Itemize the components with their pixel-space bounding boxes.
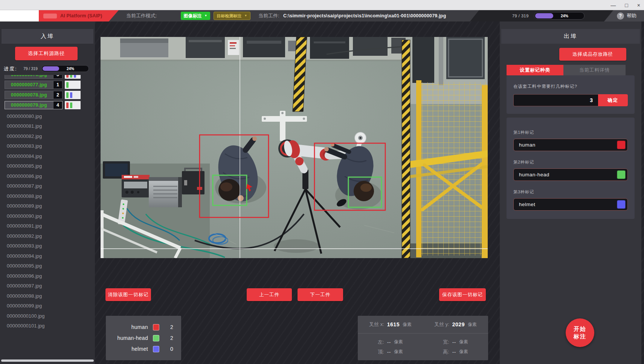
annotation-color-bars [65, 81, 81, 89]
close-icon[interactable]: × [637, 3, 640, 8]
select-output-path-button[interactable]: 选择成品存放路径 [559, 48, 626, 61]
file-row-annotated[interactable]: 0000000077.jpg1 [5, 81, 91, 89]
file-row[interactable]: 0000000090.jpg [0, 211, 95, 221]
brand-title: AI Platform (SAIP) [60, 13, 102, 18]
human-color-swatch [153, 324, 159, 330]
chevron-down-icon: ▼ [244, 14, 247, 17]
label-1-input[interactable] [515, 142, 617, 148]
app-header: AI Platform (SAIP) 当前工作模式: 图像标注 ▼ 目标检测标注… [0, 10, 644, 21]
label-count-question: 在该套工料中需要打几种标记? [513, 84, 628, 89]
mode-image-annotation-button[interactable]: 图像标注 ▼ [181, 12, 210, 20]
file-row[interactable]: 0000000085.jpg [0, 161, 95, 171]
next-workpiece-button[interactable]: 下一工件 [298, 288, 343, 301]
file-row[interactable]: 0000000095.jpg [0, 261, 95, 271]
label-settings-panel: 在该套工料中需要打几种标记? 确定 第1种标记 第2种标记 第3种标记 [507, 75, 635, 219]
floor-stain [274, 239, 319, 253]
file-row[interactable]: 0000000092.jpg [0, 231, 95, 241]
file-list: 0000000076.jpg3 0000000077.jpg1 00000000… [0, 75, 95, 358]
progress-label: 进度: [4, 66, 17, 72]
output-sidebar: 出埠 选择成品存放路径 设置标记种类 当前工料详情 在该套工料中需要打几种标记?… [500, 21, 641, 364]
file-row[interactable]: 0000000082.jpg [0, 131, 95, 141]
file-name: 0000000078.jpg [5, 91, 53, 99]
start-annotation-button[interactable]: 开始 标注 [566, 318, 594, 347]
current-file-label: 当前工件: [258, 10, 279, 21]
label-2-input[interactable] [515, 172, 617, 177]
label-2-color-swatch[interactable] [617, 170, 626, 179]
minimize-icon[interactable]: — [610, 3, 616, 8]
file-row[interactable]: 0000000091.jpg [0, 221, 95, 231]
file-row[interactable]: 0000000081.jpg [0, 121, 95, 132]
annotation-color-bars [65, 101, 81, 109]
maximize-icon[interactable]: □ [625, 3, 628, 8]
file-row[interactable]: 0000000093.jpg [0, 241, 95, 251]
clear-annotations-button[interactable]: 清除该图一切标记 [105, 288, 151, 301]
file-name: 0000000076.jpg [5, 75, 53, 78]
label-2-field [513, 168, 628, 181]
file-row[interactable]: 0000000087.jpg [0, 181, 95, 191]
file-row[interactable]: 0000000083.jpg [0, 141, 95, 151]
output-sidebar-title: 出埠 [501, 29, 640, 44]
progress-count: 79 / 319 [23, 66, 38, 71]
legend-row-human: human 2 [113, 324, 174, 330]
annotation-legend: human 2 human-head 2 helmet 0 [106, 316, 181, 360]
human-count: 2 [169, 324, 174, 330]
select-source-path-button[interactable]: 选择工料源路径 [15, 47, 78, 60]
work-mode-label: 当前工作模式: [126, 10, 157, 21]
mode-detection-annotation-button[interactable]: 目标检测标注 ▼ [214, 12, 250, 20]
app-window: — □ × AI Platform (SAIP) 当前工作模式: 图像标注 ▼ … [0, 0, 644, 364]
file-row[interactable]: 0000000098.jpg [0, 291, 95, 301]
label-1-field [513, 139, 628, 151]
file-name: 0000000077.jpg [5, 81, 53, 89]
hazard-pole-right [402, 40, 410, 258]
label-3-color-swatch[interactable] [617, 200, 626, 209]
progress-percent: 24% [534, 12, 584, 19]
file-row[interactable]: 0000000096.jpg [0, 271, 95, 281]
label-1-title: 第1种标记 [513, 130, 628, 135]
file-row[interactable]: 0000000097.jpg [0, 281, 95, 291]
file-row-annotated-selected[interactable]: 0000000079.jpg4 [5, 101, 91, 109]
brand-logo-icon [43, 14, 57, 18]
file-row[interactable]: 00000000100.jpg [0, 311, 95, 321]
tab-set-label-types[interactable]: 设置标记种类 [507, 65, 563, 75]
file-row[interactable]: 0000000094.jpg [0, 251, 95, 261]
label-3-input[interactable] [515, 202, 617, 207]
header-progress-count: 79 / 319 [512, 10, 529, 21]
file-row[interactable]: 0000000099.jpg [0, 301, 95, 311]
help-icon: ? [617, 12, 624, 20]
file-row-annotated[interactable]: 0000000076.jpg3 [5, 75, 91, 79]
header-progress-bar: 24% [534, 12, 584, 20]
file-row[interactable]: 00000000101.jpg [0, 321, 95, 331]
coordinates-panel: 叉丝 x: 1615 像素 叉丝 y: 2029 像素 左: -- 像素 宽: … [358, 316, 488, 360]
annotation-canvas[interactable] [101, 37, 488, 258]
file-row[interactable]: 0000000088.jpg [0, 191, 95, 201]
brand-banner: AI Platform (SAIP) [39, 10, 119, 21]
previous-workpiece-button[interactable]: 上一工件 [247, 288, 292, 301]
chevron-down-icon: ▼ [204, 14, 208, 17]
label-count-card: 在该套工料中需要打几种标记? 确定 [507, 75, 635, 114]
label-1-color-swatch[interactable] [617, 141, 626, 149]
annotation-color-bars [65, 91, 81, 99]
file-row-annotated[interactable]: 0000000078.jpg2 [5, 91, 91, 99]
file-row[interactable]: 0000000086.jpg [0, 171, 95, 181]
help-button[interactable]: ? 帮助 [617, 10, 636, 21]
file-row[interactable]: 0000000084.jpg [0, 151, 95, 161]
sidebar-progress-bar: 24% [41, 65, 89, 72]
sidebar-progress: 进度: 79 / 319 24% [0, 65, 95, 72]
horizontal-scrollbar[interactable] [1, 359, 94, 362]
label-3-field [513, 198, 628, 211]
file-row[interactable]: 0000000080.jpg [0, 111, 95, 121]
progress-percent: 24% [42, 66, 89, 72]
annotation-count-badge: 2 [53, 91, 62, 99]
confirm-button[interactable]: 确定 [598, 94, 628, 106]
box-top-readout: 顶: -- 像素 [358, 349, 423, 355]
crosshair-y-readout: 叉丝 y: 2029 像素 [423, 321, 488, 328]
human-head-color-swatch [153, 335, 159, 341]
annotation-count-badge: 1 [53, 81, 62, 89]
human-head-count: 2 [169, 335, 174, 341]
file-row[interactable]: 0000000089.jpg [0, 201, 95, 211]
tab-current-workpiece-details[interactable]: 当前工料详情 [563, 65, 626, 75]
workpiece-photo [101, 37, 488, 258]
save-annotations-button[interactable]: 保存该图一切标记 [439, 288, 486, 301]
input-sidebar-title: 入埠 [2, 29, 93, 44]
label-count-input[interactable] [513, 94, 598, 106]
